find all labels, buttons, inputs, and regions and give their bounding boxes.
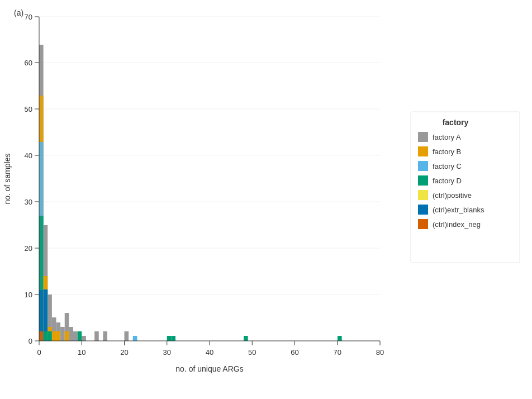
svg-rect-37 xyxy=(133,336,137,341)
svg-rect-31 xyxy=(73,331,78,341)
svg-rect-19 xyxy=(44,331,48,341)
legend-color-ctrl-positive xyxy=(418,190,428,200)
svg-rect-34 xyxy=(94,331,99,341)
svg-text:20: 20 xyxy=(120,348,128,357)
legend-label-factory-c: factory C xyxy=(433,162,462,170)
svg-rect-33 xyxy=(82,336,86,341)
svg-text:60: 60 xyxy=(25,59,32,67)
legend-label-ctrl-index-neg: (ctrl)index_neg xyxy=(433,220,481,229)
svg-rect-39 xyxy=(171,336,175,341)
svg-text:10: 10 xyxy=(78,348,86,357)
svg-text:10: 10 xyxy=(25,291,32,299)
legend-label-factory-d: factory D xyxy=(433,177,462,185)
svg-rect-15 xyxy=(39,331,44,341)
svg-text:20: 20 xyxy=(25,244,32,253)
svg-text:40: 40 xyxy=(25,151,32,160)
svg-rect-30 xyxy=(69,327,73,341)
legend-color-factory-b xyxy=(418,146,428,156)
chart-title: (a) xyxy=(14,8,23,17)
y-axis-label: no. of samples xyxy=(3,153,12,204)
svg-rect-27 xyxy=(60,327,65,341)
svg-rect-35 xyxy=(103,331,107,341)
svg-rect-38 xyxy=(167,336,172,341)
legend-color-ctrl-extr-blanks xyxy=(418,205,428,215)
svg-rect-24 xyxy=(52,331,56,341)
legend-color-factory-d xyxy=(418,175,428,186)
legend-title: factory xyxy=(443,118,469,127)
legend-label-ctrl-positive: (ctrl)positive xyxy=(433,191,472,200)
legend-label-ctrl-extr-blanks: (ctrl)extr_blanks xyxy=(433,206,484,214)
legend-color-factory-a xyxy=(418,132,428,142)
svg-text:70: 70 xyxy=(25,13,32,21)
svg-text:0: 0 xyxy=(37,348,41,357)
svg-text:0: 0 xyxy=(28,337,32,345)
svg-rect-32 xyxy=(78,331,82,341)
svg-text:30: 30 xyxy=(25,198,32,206)
svg-text:30: 30 xyxy=(163,348,171,357)
svg-text:70: 70 xyxy=(334,348,341,357)
svg-text:80: 80 xyxy=(376,348,384,357)
legend-color-factory-c xyxy=(418,161,428,171)
svg-text:50: 50 xyxy=(248,348,256,357)
svg-rect-41 xyxy=(338,336,342,341)
svg-text:60: 60 xyxy=(291,348,298,357)
svg-rect-22 xyxy=(48,331,52,341)
legend-color-ctrl-index-neg xyxy=(418,219,428,229)
svg-text:40: 40 xyxy=(206,348,213,357)
x-axis-label: no. of unique ARGs xyxy=(175,364,243,373)
svg-rect-29 xyxy=(65,331,69,341)
svg-rect-36 xyxy=(125,331,129,341)
legend-label-factory-b: factory B xyxy=(433,148,461,156)
chart-container: 0 10 20 30 40 50 60 70 80 0 10 20 30 xyxy=(0,0,532,399)
svg-text:50: 50 xyxy=(25,105,32,113)
legend-label-factory-a: factory A xyxy=(433,133,461,141)
svg-rect-40 xyxy=(244,336,248,341)
svg-rect-26 xyxy=(56,331,61,341)
